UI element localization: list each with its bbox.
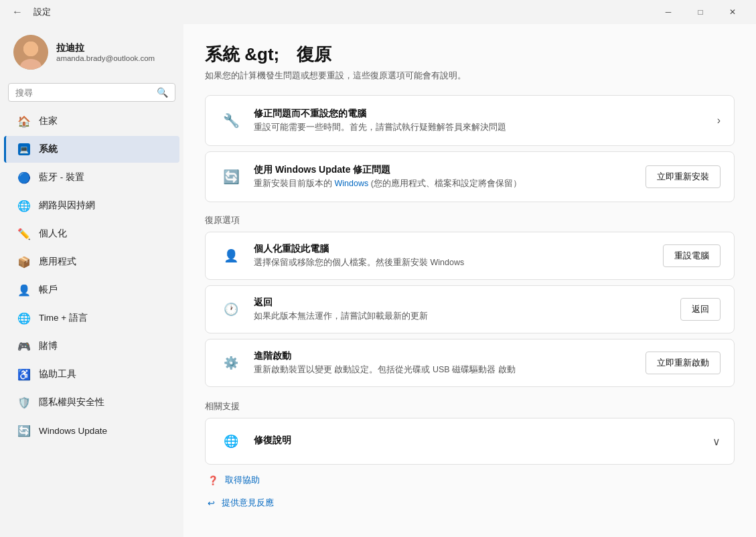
sidebar: 拉迪拉 amanda.brady@outlook.com 🔍 🏠 住家 💻 系統…: [0, 24, 183, 537]
feedback-icon: ↩: [208, 498, 215, 508]
reset-desc-before: 選擇保留或移除您的個人檔案。然後重新安裝: [254, 258, 430, 267]
page-title: 系統 &gt; 復原: [205, 43, 735, 66]
search-icon: 🔍: [157, 87, 168, 98]
reinstall-button-wrapper: 立即重新安裝: [646, 165, 721, 188]
gaming-icon: 🎮: [17, 339, 31, 353]
feedback-label: 提供意見反應: [222, 497, 274, 509]
sidebar-item-accessibility[interactable]: ♿ 協助工具: [4, 361, 179, 388]
svg-point-3: [23, 42, 38, 56]
sidebar-item-network[interactable]: 🌐 網路與因持網: [4, 192, 179, 219]
reinstall-button[interactable]: 立即重新安裝: [646, 165, 721, 188]
home-icon: 🏠: [17, 114, 31, 128]
reset-icon: 👤: [219, 244, 243, 268]
time-icon: 🌐: [17, 311, 31, 325]
fix-card-content: 修正問題而不重設您的電腦 重設可能需要一些時間。首先，請嘗試執行疑難解答員來解決…: [254, 108, 706, 133]
restart-button-wrapper: 立即重新啟動: [646, 352, 721, 374]
advanced-startup-title: 進階啟動: [254, 350, 635, 362]
fix-card-chevron: ›: [717, 114, 721, 127]
sidebar-item-label: 賭博: [39, 340, 58, 352]
network-icon: 🌐: [17, 199, 31, 212]
sidebar-item-bluetooth[interactable]: 🔵 藍牙 - 裝置: [4, 164, 179, 191]
back-button[interactable]: ←: [8, 3, 27, 21]
sidebar-item-time[interactable]: 🌐 Time + 語言: [4, 305, 179, 331]
feedback-row[interactable]: ↩ 提供意見反應: [205, 494, 735, 517]
page-header: 系統 &gt; 復原 如果您的計算機發生問題或想要重設，這些復原選項可能會有說明…: [205, 43, 735, 82]
go-back-button-wrapper: 返回: [680, 298, 721, 321]
reset-pc-card: 👤 個人化重設此電腦 選擇保留或移除您的個人檔案。然後重新安裝 Windows …: [205, 232, 735, 280]
sidebar-item-windows-update[interactable]: 🔄 Windows Update: [4, 417, 179, 444]
page-subtitle: 如果您的計算機發生問題或想要重設，這些復原選項可能會有說明。: [205, 70, 735, 82]
bluetooth-icon: 🔵: [17, 171, 31, 184]
account-icon: 👤: [17, 283, 31, 297]
accessibility-icon: ♿: [17, 368, 31, 381]
get-help-label: 取得協助: [225, 474, 260, 486]
go-back-button[interactable]: 返回: [680, 298, 721, 321]
window-title: 設定: [33, 6, 51, 18]
reset-pc-content: 個人化重設此電腦 選擇保留或移除您的個人檔案。然後重新安裝 Windows: [254, 243, 652, 268]
update-fix-desc: 重新安裝目前版本的 Windows (您的應用程式、檔案和設定將會保留）: [254, 178, 635, 189]
update-desc-after: (您的應用程式、檔案和設定將會保留）: [368, 179, 522, 188]
minimize-button[interactable]: ─: [653, 2, 684, 22]
search-box[interactable]: 🔍: [8, 83, 175, 102]
fix-help-icon: 🌐: [219, 429, 243, 453]
sidebar-item-label: 隱私權與安全性: [39, 396, 104, 408]
sidebar-item-personalization[interactable]: ✏️ 個人化: [4, 220, 179, 247]
sidebar-item-system[interactable]: 💻 系統: [4, 136, 179, 163]
help-icon: ❓: [208, 475, 218, 485]
sidebar-item-accounts[interactable]: 👤 帳戶: [4, 277, 179, 303]
sidebar-item-label: 住家: [39, 115, 58, 127]
go-back-desc: 如果此版本無法運作，請嘗試卸載最新的更新: [254, 311, 670, 322]
content-area: 系統 &gt; 復原 如果您的計算機發生問題或想要重設，這些復原選項可能會有說明…: [183, 24, 756, 537]
close-button[interactable]: ✕: [717, 2, 748, 22]
fix-icon: 🔧: [219, 108, 243, 133]
chevron-right-icon: ›: [717, 114, 721, 126]
reset-desc-link: Windows: [430, 258, 464, 267]
user-profile[interactable]: 拉迪拉 amanda.brady@outlook.com: [0, 24, 183, 83]
sidebar-item-gaming[interactable]: 🎮 賭博: [4, 333, 179, 360]
go-back-title: 返回: [254, 297, 670, 309]
advanced-startup-desc: 重新啟動裝置以變更 啟動設定。包括從光碟或 USB 磁碟驅動器 啟動: [254, 364, 635, 376]
update-fix-content: 使用 Windows Update 修正問題 重新安裝目前版本的 Windows…: [254, 164, 635, 189]
go-back-icon: 🕐: [219, 297, 243, 321]
go-back-card: 🕐 返回 如果此版本無法運作，請嘗試卸載最新的更新 返回: [205, 285, 735, 333]
user-email: amanda.brady@outlook.com: [56, 54, 155, 62]
sidebar-item-privacy[interactable]: 🛡️ 隱私權與安全性: [4, 389, 179, 416]
fix-card-title: 修正問題而不重設您的電腦: [254, 108, 706, 120]
advanced-startup-icon: ⚙️: [219, 351, 243, 375]
search-input[interactable]: [15, 88, 151, 98]
sidebar-item-label: 網路與因持網: [39, 200, 95, 212]
fix-help-card[interactable]: 🌐 修復說明 ∨: [205, 418, 735, 465]
user-name: 拉迪拉: [56, 42, 155, 54]
fix-help-title: 修復說明: [254, 435, 702, 447]
back-icon: ←: [12, 6, 23, 18]
get-help-row[interactable]: ❓ 取得協助: [205, 466, 735, 494]
reset-pc-desc: 選擇保留或移除您的個人檔案。然後重新安裝 Windows: [254, 257, 652, 268]
related-section: 相關支援 🌐 修復說明 ∨: [205, 400, 735, 465]
recovery-section-label: 復原選項: [205, 214, 735, 226]
reset-button-wrapper: 重設電腦: [663, 244, 721, 267]
user-info: 拉迪拉 amanda.brady@outlook.com: [56, 42, 155, 62]
update-icon: 🔄: [17, 424, 31, 437]
update-desc-link: Windows: [334, 179, 368, 188]
restart-now-button[interactable]: 立即重新啟動: [646, 352, 721, 374]
apps-icon: 📦: [17, 255, 31, 268]
fix-help-content: 修復說明: [254, 435, 702, 449]
update-fix-title: 使用 Windows Update 修正問題: [254, 164, 635, 176]
sidebar-item-label: 個人化: [39, 228, 67, 240]
reset-pc-button[interactable]: 重設電腦: [663, 244, 721, 267]
update-desc-before: 重新安裝目前版本的: [254, 179, 334, 188]
advanced-startup-card: ⚙️ 進階啟動 重新啟動裝置以變更 啟動設定。包括從光碟或 USB 磁碟驅動器 …: [205, 339, 735, 387]
sidebar-item-apps[interactable]: 📦 應用程式: [4, 248, 179, 275]
window-controls: ─ □ ✕: [653, 2, 748, 22]
title-bar: ← 設定 ─ □ ✕: [0, 0, 756, 24]
sidebar-item-label: 帳戶: [39, 284, 58, 296]
system-icon: 💻: [17, 143, 31, 156]
sidebar-item-home[interactable]: 🏠 住家: [4, 108, 179, 135]
fix-help-chevron: ∨: [712, 435, 721, 448]
avatar: [13, 35, 48, 70]
maximize-button[interactable]: □: [685, 2, 716, 22]
fix-card[interactable]: 🔧 修正問題而不重設您的電腦 重設可能需要一些時間。首先，請嘗試執行疑難解答員來…: [205, 95, 735, 146]
pencil-icon: ✏️: [17, 227, 31, 240]
sidebar-item-label: 藍牙 - 裝置: [39, 171, 84, 183]
shield-icon: 🛡️: [17, 396, 31, 409]
